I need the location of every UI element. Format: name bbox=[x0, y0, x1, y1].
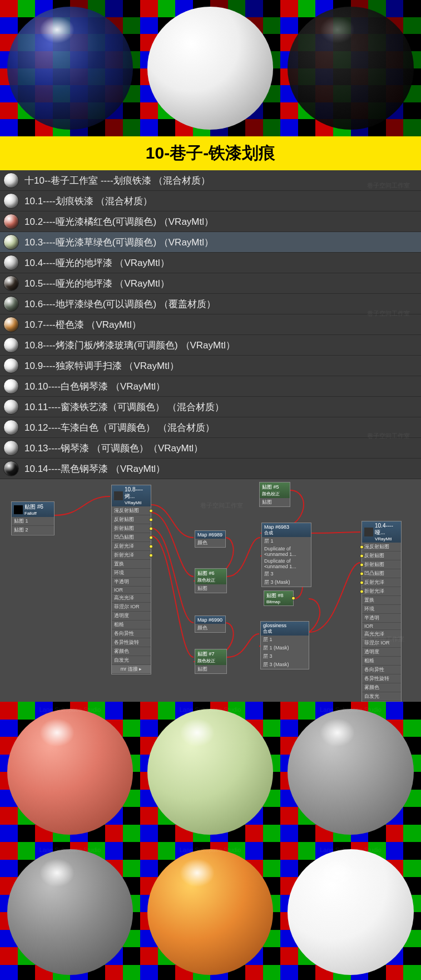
node-header[interactable]: 10.4----哑...VRayMtl bbox=[362, 521, 401, 543]
node-slot[interactable]: 折射贴图 bbox=[112, 524, 151, 533]
node-slot[interactable]: 层 3 bbox=[261, 652, 309, 661]
node-slot[interactable]: 粗糙 bbox=[362, 657, 401, 666]
node-slot[interactable]: 折射贴图 bbox=[362, 560, 401, 569]
node-slot[interactable]: 凹凸贴图 bbox=[112, 533, 151, 542]
node-slot[interactable]: 置换 bbox=[112, 560, 151, 569]
node-slot[interactable]: IOR bbox=[362, 623, 401, 630]
node-header[interactable]: 贴图 #7颜色校正 bbox=[195, 649, 226, 665]
material-row[interactable]: 10.7----橙色漆 （VRayMtl） bbox=[0, 314, 421, 335]
node-slot[interactable]: 反射贴图 bbox=[112, 515, 151, 524]
node-slot[interactable]: 贴图 bbox=[195, 584, 226, 593]
node-slot[interactable]: 高光光泽 bbox=[112, 594, 151, 603]
node-color-correct[interactable]: 贴图 #7颜色校正 贴图 bbox=[195, 649, 227, 674]
node-slot[interactable]: 漫反射贴图 bbox=[112, 506, 151, 515]
material-label: 10.9----独家特调手扫漆 （VRayMtl） bbox=[24, 360, 179, 372]
node-slot[interactable]: IOR bbox=[112, 587, 151, 594]
node-slot[interactable]: 折射光泽 bbox=[362, 587, 401, 596]
material-label: 10.3----哑光漆草绿色(可调颜色) （VRayMtl） bbox=[24, 236, 214, 249]
node-composite[interactable]: glossiness合成 层 1 层 1 (Mask) 层 3 层 3 (Mas… bbox=[260, 621, 309, 669]
node-slot[interactable]: 贴图 1 bbox=[12, 517, 54, 526]
node-header[interactable]: 贴图 #6Falloff bbox=[12, 502, 54, 517]
node-vraymtl-right[interactable]: 10.4----哑...VRayMtl漫反射贴图反射贴图折射贴图凹凸贴图反射光泽… bbox=[361, 521, 402, 702]
node-slot[interactable]: 反射光泽 bbox=[362, 578, 401, 587]
material-row[interactable]: 10.4----哑光的地坪漆 （VRayMtl） bbox=[0, 253, 421, 273]
node-slot[interactable]: 半透明 bbox=[362, 614, 401, 623]
material-row[interactable]: 10.10----白色钢琴漆 （VRayMtl） bbox=[0, 376, 421, 397]
node-slot[interactable]: 折射光泽 bbox=[112, 551, 151, 560]
node-slot[interactable]: 透明度 bbox=[362, 648, 401, 657]
node-slot[interactable]: 层 1 bbox=[262, 537, 311, 545]
node-map[interactable]: Map #6990 颜色 bbox=[195, 615, 226, 633]
node-slot[interactable]: 贴图 bbox=[260, 498, 290, 506]
material-row[interactable]: 10.11----窗漆铁艺漆（可调颜色） （混合材质） bbox=[0, 397, 421, 417]
node-slot[interactable]: 菲涅尔 IOR bbox=[112, 603, 151, 612]
node-map[interactable]: Map #6989 颜色 bbox=[195, 530, 226, 548]
node-slot[interactable]: 置换 bbox=[362, 596, 401, 605]
material-row[interactable]: 10.1----划痕铁漆 （混合材质） bbox=[0, 191, 421, 211]
sphere-preview bbox=[140, 0, 280, 136]
material-row[interactable]: 10.14----黑色钢琴漆 （VRayMtl） bbox=[0, 459, 421, 479]
node-slot[interactable]: 环境 bbox=[362, 605, 401, 614]
page-title: 10-巷子-铁漆划痕 bbox=[0, 136, 421, 170]
node-slot[interactable]: 自发光 bbox=[112, 656, 151, 665]
node-slot[interactable]: 高光光泽 bbox=[362, 630, 401, 639]
node-slot[interactable]: 透明度 bbox=[112, 612, 151, 620]
material-row[interactable]: 10.12----车漆白色（可调颜色） （混合材质） bbox=[0, 417, 421, 438]
node-header[interactable]: Map #6990 bbox=[195, 616, 225, 624]
node-color-correct[interactable]: 贴图 #6颜色校正 贴图 bbox=[195, 568, 227, 593]
node-slot[interactable]: 菲涅尔 IOR bbox=[362, 639, 401, 648]
node-slot[interactable]: 层 3 bbox=[262, 570, 311, 578]
node-header[interactable]: Map #6989 bbox=[195, 531, 225, 539]
node-slot[interactable]: 层 3 (Mask) bbox=[262, 578, 311, 587]
node-header[interactable]: 贴图 #8Bitmap bbox=[264, 591, 293, 605]
node-slot[interactable]: 层 1 (Mask) bbox=[261, 644, 309, 652]
node-header[interactable]: 贴图 #6颜色校正 bbox=[195, 569, 226, 584]
node-header[interactable]: 贴图 #5颜色校正 bbox=[260, 482, 290, 498]
material-row[interactable]: 10.8----烤漆门板/烤漆玻璃(可调颜色) （VRayMtl） bbox=[0, 335, 421, 356]
material-row[interactable]: 10.9----独家特调手扫漆 （VRayMtl） bbox=[0, 356, 421, 376]
material-row[interactable]: 10.6----地坪漆绿色(可以调颜色) （覆盖材质） bbox=[0, 294, 421, 314]
node-slot[interactable]: 贴图 bbox=[195, 665, 226, 673]
node-slot[interactable]: 颜色 bbox=[195, 539, 225, 547]
node-bitmap[interactable]: 贴图 #8Bitmap bbox=[264, 590, 294, 606]
node-slot[interactable]: 贴图 2 bbox=[12, 526, 54, 535]
node-slot[interactable]: Duplicate of <unnamed 1... bbox=[262, 558, 311, 570]
node-header[interactable]: 10.8----烤...VRayMtl bbox=[112, 485, 151, 506]
material-label: 10.6----地坪漆绿色(可以调颜色) （覆盖材质） bbox=[24, 298, 216, 311]
node-slot[interactable]: 漫反射贴图 bbox=[362, 543, 401, 551]
node-footer[interactable]: mr 连接 ▸ bbox=[112, 665, 151, 674]
node-slot[interactable]: Duplicate of <unnamed 1... bbox=[262, 545, 311, 558]
node-slot[interactable]: 雾颜色 bbox=[362, 683, 401, 692]
node-slot[interactable]: 反射贴图 bbox=[362, 551, 401, 560]
material-row[interactable]: 10.5----哑光的地坪漆 （VRayMtl） bbox=[0, 273, 421, 294]
node-falloff[interactable]: 贴图 #6Falloff 贴图 1 贴图 2 bbox=[11, 501, 55, 535]
highlight bbox=[320, 718, 355, 746]
material-row[interactable]: 10.13----钢琴漆 （可调颜色）（VRayMtl） bbox=[0, 438, 421, 459]
material-row[interactable]: 十10--巷子工作室 ----划痕铁漆 （混合材质） bbox=[0, 170, 421, 191]
node-graph[interactable]: 贴图 #6Falloff 贴图 1 贴图 2 10.8----烤...VRayM… bbox=[0, 479, 421, 702]
node-slot[interactable]: 环境 bbox=[112, 569, 151, 578]
highlight bbox=[180, 859, 215, 887]
node-header[interactable]: Map #6983合成 bbox=[262, 523, 311, 537]
node-slot[interactable]: 凹凸贴图 bbox=[362, 569, 401, 578]
node-vraymtl-main[interactable]: 10.8----烤...VRayMtl漫反射贴图反射贴图折射贴图凹凸贴图反射光泽… bbox=[111, 485, 151, 674]
node-slot[interactable]: 颜色 bbox=[195, 624, 225, 632]
node-slot[interactable]: 层 3 (Mask) bbox=[261, 661, 309, 669]
material-label: 10.12----车漆白色（可调颜色） （混合材质） bbox=[24, 421, 215, 434]
node-composite[interactable]: Map #6983合成 层 1 Duplicate of <unnamed 1.… bbox=[261, 523, 311, 587]
node-slot[interactable]: 粗糙 bbox=[112, 620, 151, 629]
node-slot[interactable]: 各异性旋转 bbox=[362, 674, 401, 683]
node-slot[interactable]: 各向异性 bbox=[362, 666, 401, 674]
node-header[interactable]: glossiness合成 bbox=[261, 622, 309, 636]
node-slot[interactable]: 半透明 bbox=[112, 578, 151, 587]
material-row[interactable]: 10.3----哑光漆草绿色(可调颜色) （VRayMtl） bbox=[0, 232, 421, 253]
material-swatch bbox=[3, 440, 19, 456]
node-slot[interactable]: 雾颜色 bbox=[112, 647, 151, 656]
node-slot[interactable]: 反射光泽 bbox=[112, 542, 151, 551]
material-row[interactable]: 10.2----哑光漆橘红色(可调颜色) （VRayMtl） bbox=[0, 211, 421, 232]
node-color-correct[interactable]: 贴图 #5颜色校正 贴图 bbox=[259, 482, 290, 507]
node-slot[interactable]: 自发光 bbox=[362, 692, 401, 701]
node-slot[interactable]: 层 1 bbox=[261, 636, 309, 644]
node-slot[interactable]: 各向异性 bbox=[112, 629, 151, 638]
node-slot[interactable]: 各异性旋转 bbox=[112, 638, 151, 647]
